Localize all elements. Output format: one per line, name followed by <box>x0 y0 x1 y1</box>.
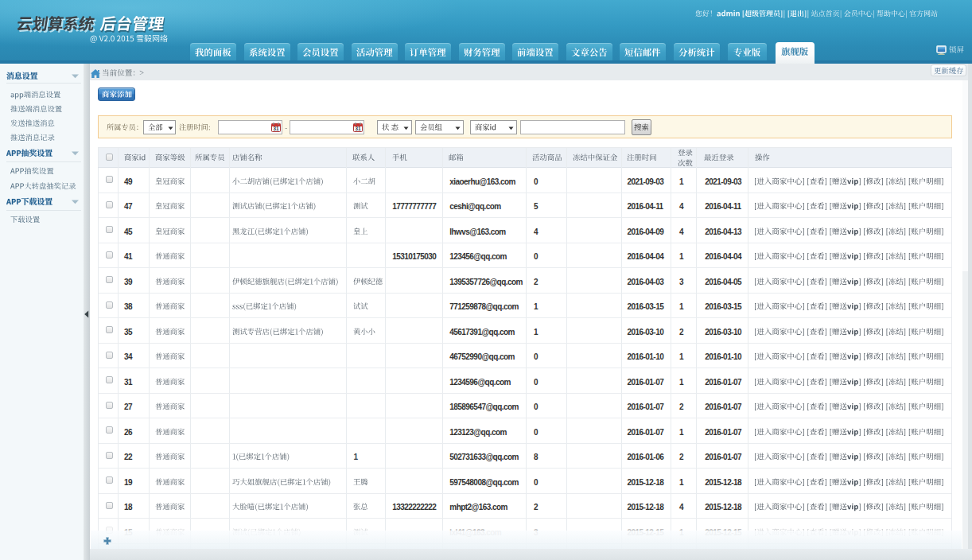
svg-text:31: 31 <box>273 126 279 131</box>
svg-text:31: 31 <box>355 126 361 131</box>
